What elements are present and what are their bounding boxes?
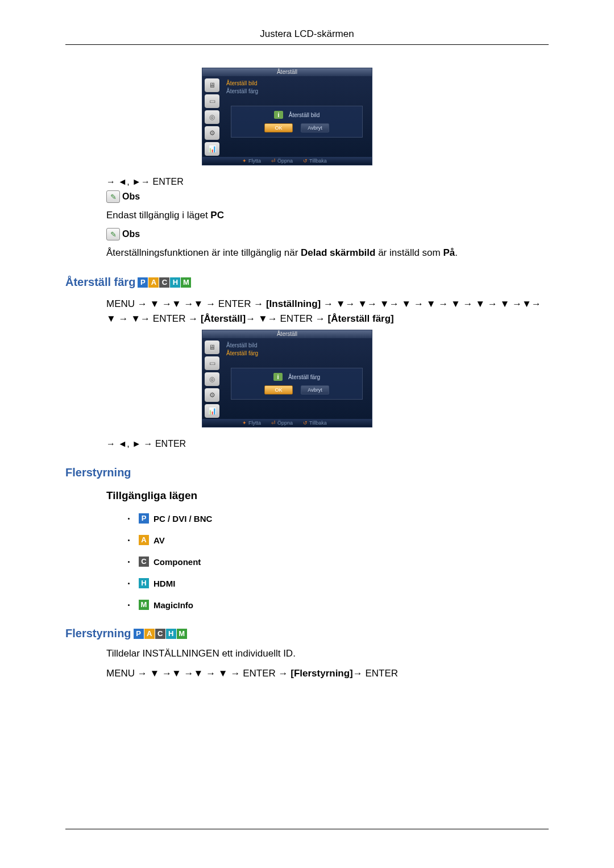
badge-p-icon: P	[139, 513, 149, 524]
osd-menu-item: Återställ färg	[226, 88, 367, 95]
badge-c-icon: C	[139, 556, 149, 567]
footer-back: Tillbaka	[309, 420, 327, 426]
section-flerstyrning: Flerstyrning	[65, 466, 549, 479]
info-icon: i	[274, 111, 283, 119]
osd-menu-item: Återställ bild	[226, 342, 367, 350]
obs-label: Obs	[122, 192, 140, 202]
osd-sidebar-icons: 🖥 ▭ ◎ ⚙ 📊	[202, 76, 222, 157]
osd-sidebar-icons: 🖥 ▭ ◎ ⚙ 📊	[202, 338, 222, 419]
osd-title: Återställ	[202, 330, 372, 338]
note-icon: ✎	[106, 190, 120, 203]
badge-p-icon: P	[138, 277, 148, 288]
osd-icon-gear: ⚙	[205, 126, 219, 140]
osd-menu-item: Återställ färg	[226, 350, 367, 358]
badge-p-icon: P	[134, 629, 144, 639]
info-icon: i	[273, 373, 283, 381]
osd-icon-graph: 📊	[205, 142, 219, 156]
osd-icon-monitor: 🖥	[205, 340, 219, 354]
osd-cancel-button: Avbryt	[301, 123, 329, 132]
mode-badges: P A C H M	[138, 277, 191, 288]
footer-move: Flytta	[248, 158, 261, 164]
footer-open: Öppna	[277, 158, 293, 164]
note-text: Endast tillgänglig i läget PC	[106, 210, 549, 221]
osd-screenshot-1: Återställ 🖥 ▭ ◎ ⚙ 📊 Återställ bild Åters…	[202, 68, 372, 165]
back-icon: ↺	[303, 420, 308, 426]
mode-badges: P A C H M	[134, 629, 187, 639]
list-item: PPC / DVI / BNC	[128, 513, 549, 524]
badge-h-icon: H	[170, 277, 180, 288]
osd-icon-monitor: 🖥	[205, 78, 219, 92]
section-flerstyrning-2: Flerstyrning P A C H M	[65, 627, 549, 640]
badge-h-icon: H	[166, 629, 176, 639]
menu-path-reset-color: MENU → ▼ →▼ →▼ → ENTER → [Inställning] →…	[106, 297, 549, 326]
nav-instruction-2: → ◄, ► → ENTER	[106, 439, 549, 449]
badge-m-icon: M	[139, 600, 149, 610]
menu-path-multi: MENU → ▼ →▼ →▼ → ▼ → ENTER → [Flerstyrni…	[106, 666, 549, 681]
osd-ok-button: OK	[264, 123, 293, 132]
badge-h-icon: H	[139, 578, 149, 588]
list-item: AAV	[128, 535, 549, 545]
enter-icon: ⏎	[271, 420, 276, 426]
osd-icon-slider: ▭	[205, 94, 219, 108]
osd-dialog-title: Återställ bild	[289, 112, 320, 118]
badge-a-icon: A	[144, 629, 155, 639]
osd-icon-target: ◎	[205, 372, 219, 386]
sub-modes: Tillgängliga lägen	[106, 489, 549, 502]
osd-ok-button: OK	[264, 385, 293, 394]
back-icon: ↺	[303, 158, 308, 164]
osd-dialog: i Återställ färg OK Avbryt	[231, 368, 363, 400]
move-icon: ✦	[242, 420, 247, 426]
osd-icon-target: ◎	[205, 110, 219, 124]
move-icon: ✦	[242, 158, 247, 164]
page-header: Justera LCD-skärmen	[65, 28, 549, 40]
badge-c-icon: C	[155, 629, 165, 639]
osd-icon-slider: ▭	[205, 356, 219, 370]
badge-m-icon: M	[181, 277, 191, 288]
section-reset-color: Återställ färg P A C H M	[65, 276, 549, 289]
enter-icon: ⏎	[271, 158, 276, 164]
osd-dialog-title: Återställ färg	[288, 374, 320, 380]
osd-icon-graph: 📊	[205, 404, 219, 418]
osd-title: Återställ	[202, 68, 372, 76]
list-item: HHDMI	[128, 578, 549, 588]
osd-dialog: i Återställ bild OK Avbryt	[231, 106, 363, 138]
multi-desc: Tilldelar INSTÄLLNINGEN ett individuellt…	[106, 648, 549, 659]
badge-c-icon: C	[159, 277, 169, 288]
modes-list: PPC / DVI / BNC AAV CComponent HHDMI MMa…	[128, 513, 549, 610]
header-rule	[65, 44, 549, 45]
footer-back: Tillbaka	[309, 158, 327, 164]
footer-open: Öppna	[277, 420, 293, 426]
badge-a-icon: A	[148, 277, 159, 288]
note-text-2: Återställningsfunktionen är inte tillgän…	[106, 247, 549, 259]
osd-screenshot-2: Återställ 🖥 ▭ ◎ ⚙ 📊 Återställ bild Åters…	[202, 330, 372, 427]
list-item: MMagicInfo	[128, 600, 549, 610]
osd-cancel-button: Avbryt	[301, 385, 329, 394]
osd-menu-item: Återställ bild	[226, 80, 367, 88]
list-item: CComponent	[128, 556, 549, 567]
badge-m-icon: M	[177, 629, 187, 639]
note-icon: ✎	[106, 228, 120, 240]
footer-move: Flytta	[248, 420, 261, 426]
obs-label: Obs	[122, 229, 140, 239]
badge-a-icon: A	[139, 535, 149, 545]
osd-icon-gear: ⚙	[205, 388, 219, 402]
nav-instruction: → ◄, ►→ ENTER	[106, 177, 549, 187]
footer-rule	[65, 829, 549, 829]
